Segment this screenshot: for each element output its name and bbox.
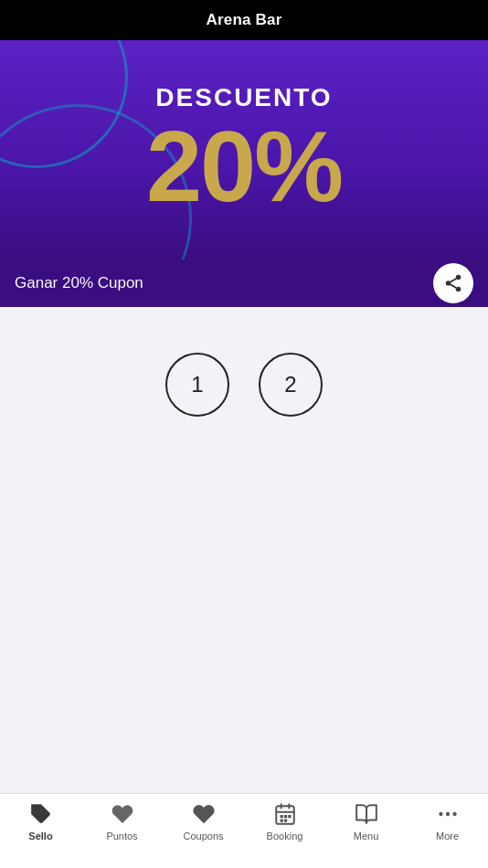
svg-rect-11 [283, 815, 286, 818]
svg-point-1 [446, 281, 451, 286]
nav-item-sello[interactable]: Sello [0, 801, 81, 842]
svg-point-17 [452, 812, 456, 816]
svg-point-0 [456, 275, 461, 281]
svg-rect-10 [280, 815, 282, 818]
nav-item-more[interactable]: More [407, 801, 488, 842]
nav-label-more: More [436, 831, 459, 842]
book-icon [354, 801, 379, 827]
discount-banner: DESCUENTO 20% [0, 40, 488, 259]
bottom-nav: Sello Puntos Coupons [0, 793, 488, 868]
nav-label-booking: Booking [267, 831, 303, 842]
nav-item-menu[interactable]: Menu [325, 801, 407, 842]
app-title: Arena Bar [206, 11, 281, 29]
page-indicator-1-label: 1 [191, 372, 203, 397]
svg-point-15 [439, 812, 442, 816]
svg-rect-14 [288, 815, 291, 818]
status-bar: Arena Bar [0, 0, 488, 40]
svg-point-2 [456, 287, 461, 292]
heart-filled-icon [191, 801, 217, 827]
nav-label-menu: Menu [354, 831, 379, 842]
tag-icon [28, 801, 54, 827]
main-content: 1 2 [0, 307, 488, 793]
page-indicator-2-label: 2 [284, 372, 296, 397]
svg-rect-13 [283, 819, 286, 821]
banner-footer-text: Ganar 20% Cupon [15, 274, 143, 292]
page-indicator-2[interactable]: 2 [259, 353, 323, 417]
svg-point-16 [445, 812, 449, 816]
nav-item-booking[interactable]: Booking [244, 801, 325, 842]
banner-footer: Ganar 20% Cupon [0, 259, 488, 307]
nav-item-coupons[interactable]: Coupons [163, 801, 244, 842]
discount-percent: 20% [146, 116, 342, 217]
calendar-icon [272, 801, 298, 827]
svg-point-5 [34, 808, 37, 810]
more-icon [435, 801, 461, 827]
share-icon [443, 273, 463, 293]
share-button[interactable] [433, 263, 473, 303]
nav-label-coupons: Coupons [183, 831, 223, 842]
nav-label-sello: Sello [28, 831, 52, 842]
page-indicator-1[interactable]: 1 [165, 353, 229, 417]
heart-icon [110, 801, 135, 827]
svg-line-3 [451, 284, 456, 288]
discount-title: DESCUENTO [155, 83, 332, 112]
svg-line-4 [451, 279, 456, 282]
nav-item-puntos[interactable]: Puntos [81, 801, 163, 842]
nav-label-puntos: Puntos [106, 831, 137, 842]
svg-rect-12 [280, 819, 282, 821]
page-indicators: 1 2 [165, 353, 323, 417]
